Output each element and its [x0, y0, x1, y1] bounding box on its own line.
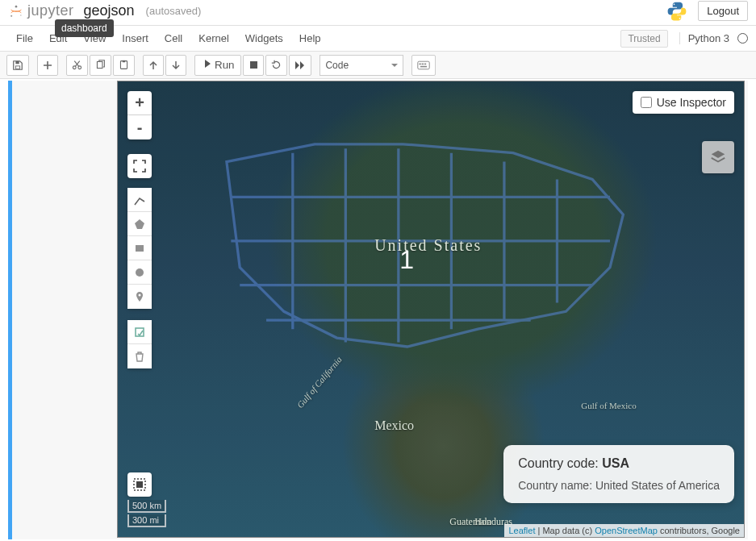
svg-rect-13: [418, 61, 429, 69]
svg-point-3: [674, 3, 675, 5]
edit-toolbar: [127, 320, 152, 368]
run-step-icon: [202, 59, 211, 71]
kernel-name[interactable]: Python 3: [679, 32, 733, 44]
save-button[interactable]: [6, 55, 29, 76]
leaflet-link[interactable]: Leaflet: [508, 526, 535, 535]
svg-rect-19: [136, 245, 144, 252]
svg-point-1: [10, 15, 12, 16]
use-inspector-checkbox[interactable]: [641, 97, 652, 108]
popup-title: Country code: USA: [518, 456, 720, 471]
svg-rect-17: [420, 65, 427, 67]
map-popup: Country code: USA Country name: United S…: [503, 445, 734, 503]
menu-file[interactable]: File: [8, 27, 41, 49]
svg-point-4: [679, 17, 681, 19]
menu-widgets[interactable]: Widgets: [237, 27, 291, 49]
restart-button[interactable]: [265, 55, 287, 76]
celltype-select[interactable]: Code: [320, 55, 403, 76]
osm-link[interactable]: OpenStreetMap: [595, 526, 658, 535]
dashboard-tooltip: dashboard: [55, 19, 114, 37]
use-inspector-label: Use Inspector: [657, 96, 726, 109]
python-logo-icon: [666, 0, 688, 23]
svg-point-21: [139, 294, 141, 297]
menu-help[interactable]: Help: [291, 27, 329, 49]
map-label-gulf-ca: Gulf of California: [294, 355, 343, 410]
scale-km: 500 km: [127, 500, 166, 513]
draw-circle-button[interactable]: [127, 260, 152, 285]
attr-sep: | Map data (c): [535, 526, 595, 535]
menu-cell[interactable]: Cell: [157, 27, 190, 49]
jupyter-logo-icon[interactable]: [8, 3, 24, 19]
svg-rect-16: [424, 63, 426, 65]
delete-layers-button[interactable]: [127, 344, 152, 368]
run-label: Run: [215, 59, 234, 71]
run-all-button[interactable]: [289, 55, 311, 76]
map-attribution: Leaflet | Map data (c) OpenStreetMap con…: [504, 524, 744, 537]
svg-rect-6: [15, 60, 19, 64]
cut-button[interactable]: [66, 55, 88, 76]
interrupt-button[interactable]: [243, 55, 264, 76]
autosave-status: (autosaved): [146, 5, 202, 17]
fullscreen-button[interactable]: [127, 154, 152, 178]
draw-toolbar: [127, 188, 152, 309]
popup-body-prefix: Country name:: [518, 479, 595, 492]
popup-country-name: United States of America: [595, 479, 720, 492]
copy-button[interactable]: [90, 55, 111, 76]
draw-polygon-button[interactable]: [127, 212, 152, 236]
svg-point-0: [15, 5, 18, 7]
zoom-out-button[interactable]: -: [127, 115, 152, 139]
map-label-gulf-mx: Gulf of Mexico: [581, 401, 636, 410]
svg-rect-15: [422, 63, 424, 65]
svg-point-20: [136, 268, 144, 277]
svg-rect-5: [15, 65, 19, 69]
main-toolbar: Run Code: [0, 52, 756, 79]
popup-title-prefix: Country code:: [518, 456, 602, 470]
kernel-status-icon[interactable]: [737, 33, 748, 44]
logout-button[interactable]: Logout: [698, 1, 748, 21]
run-button[interactable]: Run: [194, 55, 241, 76]
svg-rect-24: [136, 481, 143, 488]
svg-rect-14: [420, 63, 421, 65]
map-label-mx: Mexico: [374, 418, 414, 433]
svg-rect-9: [97, 61, 102, 68]
paste-button[interactable]: [113, 55, 135, 76]
menu-kernel[interactable]: Kernel: [190, 27, 237, 49]
notebook-header: jupyter geojson (autosaved) Logout dashb…: [0, 0, 756, 26]
notebook-container: United States Mexico Guatemala Honduras …: [0, 79, 756, 541]
svg-point-2: [20, 15, 22, 16]
measure-button[interactable]: [127, 472, 152, 497]
leaflet-map[interactable]: United States Mexico Guatemala Honduras …: [117, 81, 745, 538]
svg-point-7: [73, 66, 76, 69]
scale-control: 500 km 300 mi: [127, 500, 166, 529]
svg-rect-12: [250, 61, 257, 69]
svg-marker-18: [135, 219, 144, 229]
jupyter-brand[interactable]: jupyter: [27, 2, 74, 19]
map-label-us: United States: [374, 236, 482, 255]
menu-insert[interactable]: Insert: [114, 27, 157, 49]
insert-cell-button[interactable]: [37, 55, 58, 76]
celltype-value: Code: [325, 60, 349, 71]
layers-button[interactable]: [702, 141, 734, 173]
cell-output: United States Mexico Guatemala Honduras …: [117, 81, 745, 538]
trusted-indicator[interactable]: Trusted: [620, 30, 667, 48]
popup-body: Country name: United States of America: [518, 479, 720, 492]
zoom-in-button[interactable]: +: [127, 91, 152, 115]
scale-mi: 300 mi: [127, 514, 166, 527]
notebook-name[interactable]: geojson: [84, 2, 135, 19]
draw-marker-button[interactable]: [127, 285, 152, 309]
draw-rectangle-button[interactable]: [127, 236, 152, 260]
svg-point-8: [78, 66, 81, 69]
command-palette-button[interactable]: [411, 55, 436, 76]
inspector-control: Use Inspector: [633, 91, 734, 114]
move-up-button[interactable]: [143, 55, 164, 76]
zoom-control: + -: [127, 91, 152, 139]
move-down-button[interactable]: [165, 55, 186, 76]
popup-country-code: USA: [602, 456, 629, 470]
draw-polyline-button[interactable]: [127, 188, 152, 212]
edit-layers-button[interactable]: [127, 320, 152, 344]
svg-rect-11: [123, 60, 125, 62]
code-cell[interactable]: United States Mexico Guatemala Honduras …: [8, 81, 748, 539]
cluster-marker[interactable]: 1: [399, 245, 414, 275]
attr-tail: contributors, Google: [658, 526, 740, 535]
